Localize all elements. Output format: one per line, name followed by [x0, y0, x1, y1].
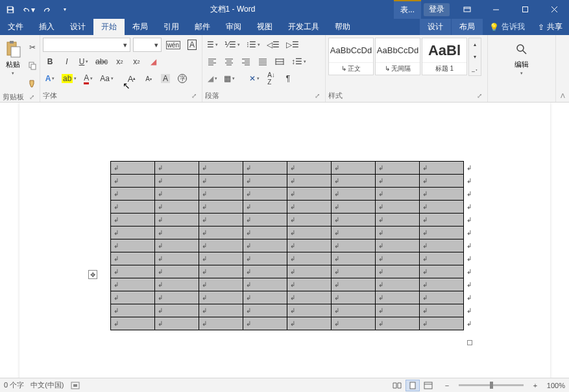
table-cell[interactable]: ↲ — [155, 291, 199, 304]
multilevel-button[interactable]: ⁝☰▾ — [245, 38, 262, 52]
close-button[interactable] — [540, 0, 569, 19]
tab-devtools[interactable]: 开发工具 — [280, 19, 327, 35]
table-cell[interactable]: ↲ — [155, 201, 199, 214]
table-cell[interactable]: ↲ — [287, 214, 332, 227]
table-cell[interactable]: ↲ — [199, 227, 243, 239]
table-cell[interactable]: ↲ — [111, 227, 155, 239]
table-cell[interactable]: ↲ — [332, 291, 376, 304]
table-cell[interactable]: ↲ — [420, 252, 464, 265]
table-cell[interactable]: ↲ — [376, 188, 420, 201]
tab-help[interactable]: 帮助 — [327, 19, 358, 35]
table-cell[interactable]: ↲ — [111, 239, 155, 252]
char-border-button[interactable]: A — [185, 38, 199, 52]
font-name-combo[interactable]: ▾ — [43, 38, 130, 52]
table-cell[interactable]: ↲ — [332, 304, 376, 317]
font-color-button[interactable]: A▾ — [81, 71, 95, 86]
tab-design[interactable]: 设计 — [62, 19, 93, 35]
table-cell[interactable]: ↲ — [199, 291, 243, 304]
format-painter-button[interactable] — [26, 77, 39, 91]
align-right-button[interactable] — [239, 55, 253, 69]
table-cell[interactable]: ↲ — [332, 252, 376, 265]
table-cell[interactable]: ↲ — [376, 239, 420, 252]
table-cell[interactable]: ↲ — [199, 201, 243, 214]
shading-button[interactable]: ◢▾ — [205, 71, 219, 86]
table-cell[interactable]: ↲ — [287, 291, 332, 304]
sort-button[interactable]: A↓Z — [264, 71, 278, 86]
table-cell[interactable]: ↲ — [376, 291, 420, 304]
style-item-normal[interactable]: AaBbCcDd ↳ 正文 — [328, 38, 374, 75]
document-table[interactable]: ↲↲↲↲↲↲↲↲↲↲↲↲↲↲↲↲↲↲↲↲↲↲↲↲↲↲↲↲↲↲↲↲↲↲↲↲↲↲↲↲… — [110, 161, 474, 330]
show-hide-button[interactable]: ¶ — [281, 71, 295, 86]
table-cell[interactable]: ↲ — [155, 162, 199, 175]
table-cell[interactable]: ↲ — [420, 317, 464, 330]
save-button[interactable] — [4, 3, 17, 16]
cut-button[interactable]: ✂ — [26, 40, 39, 55]
distributed-button[interactable] — [272, 55, 287, 69]
table-cell[interactable]: ↲ — [155, 304, 199, 317]
table-cell[interactable]: ↲ — [243, 278, 287, 291]
table-cell[interactable]: ↲ — [376, 252, 420, 265]
zoom-slider[interactable] — [459, 384, 524, 386]
table-cell[interactable]: ↲ — [243, 304, 287, 317]
table-cell[interactable]: ↲ — [243, 227, 287, 239]
strikethrough-button[interactable]: abc — [93, 55, 110, 69]
table-cell[interactable]: ↲ — [376, 201, 420, 214]
styles-scroll-down[interactable]: ▾ — [469, 51, 481, 63]
table-cell[interactable]: ↲ — [155, 239, 199, 252]
table-cell[interactable]: ↲ — [376, 227, 420, 239]
undo-button[interactable]: ▾ — [22, 3, 35, 16]
dialog-launcher-icon[interactable]: ⤢ — [315, 92, 322, 99]
table-cell[interactable]: ↲ — [155, 278, 199, 291]
share-button[interactable]: ⇪共享 — [531, 19, 569, 35]
table-cell[interactable]: ↲ — [376, 214, 420, 227]
table-cell[interactable]: ↲ — [287, 317, 332, 330]
table-cell[interactable]: ↲ — [111, 278, 155, 291]
tab-table-layout[interactable]: 布局 — [451, 19, 483, 35]
increase-indent-button[interactable]: ▷☰ — [284, 38, 301, 52]
tab-file[interactable]: 文件 — [0, 19, 31, 35]
bold-button[interactable]: B — [43, 55, 57, 69]
table-cell[interactable]: ↲ — [111, 214, 155, 227]
table-cell[interactable]: ↲ — [243, 175, 287, 188]
table-cell[interactable]: ↲ — [111, 188, 155, 201]
table-cell[interactable]: ↲ — [243, 201, 287, 214]
bullets-button[interactable]: ☰▾ — [205, 38, 220, 52]
table-cell[interactable]: ↲ — [287, 188, 332, 201]
table-cell[interactable]: ↲ — [332, 162, 376, 175]
table-cell[interactable]: ↲ — [287, 265, 332, 278]
table-cell[interactable]: ↲ — [420, 201, 464, 214]
table-cell[interactable]: ↲ — [420, 291, 464, 304]
table-cell[interactable]: ↲ — [199, 188, 243, 201]
language-status[interactable]: 中文(中国) — [30, 380, 64, 390]
document-area[interactable]: ↲↲↲↲↲↲↲↲↲↲↲↲↲↲↲↲↲↲↲↲↲↲↲↲↲↲↲↲↲↲↲↲↲↲↲↲↲↲↲↲… — [0, 103, 569, 378]
table-cell[interactable]: ↲ — [420, 162, 464, 175]
table-cell[interactable]: ↲ — [155, 175, 199, 188]
table-cell[interactable]: ↲ — [111, 162, 155, 175]
table-cell[interactable]: ↲ — [287, 227, 332, 239]
char-shading-button[interactable]: A — [158, 71, 173, 86]
enclose-char-button[interactable]: 字 — [175, 71, 189, 86]
table-cell[interactable]: ↲ — [376, 175, 420, 188]
table-cell[interactable]: ↲ — [155, 188, 199, 201]
table-cell[interactable]: ↲ — [199, 239, 243, 252]
table-cell[interactable]: ↲ — [199, 317, 243, 330]
table-cell[interactable]: ↲ — [420, 214, 464, 227]
table-cell[interactable]: ↲ — [332, 227, 376, 239]
tab-insert[interactable]: 插入 — [31, 19, 62, 35]
italic-button[interactable]: I — [60, 55, 74, 69]
table-tools-context-tab[interactable]: 表... — [394, 0, 421, 19]
table-cell[interactable]: ↲ — [420, 278, 464, 291]
table-cell[interactable]: ↲ — [332, 214, 376, 227]
table-cell[interactable]: ↲ — [155, 227, 199, 239]
table-cell[interactable]: ↲ — [243, 291, 287, 304]
table-cell[interactable]: ↲ — [111, 291, 155, 304]
table-cell[interactable]: ↲ — [199, 265, 243, 278]
table-cell[interactable]: ↲ — [332, 317, 376, 330]
web-layout-button[interactable] — [421, 380, 435, 391]
table-cell[interactable]: ↲ — [376, 265, 420, 278]
table-cell[interactable]: ↲ — [111, 304, 155, 317]
table-cell[interactable]: ↲ — [199, 278, 243, 291]
ribbon-display-options[interactable] — [452, 0, 481, 19]
table-cell[interactable]: ↲ — [332, 175, 376, 188]
table-cell[interactable]: ↲ — [243, 188, 287, 201]
